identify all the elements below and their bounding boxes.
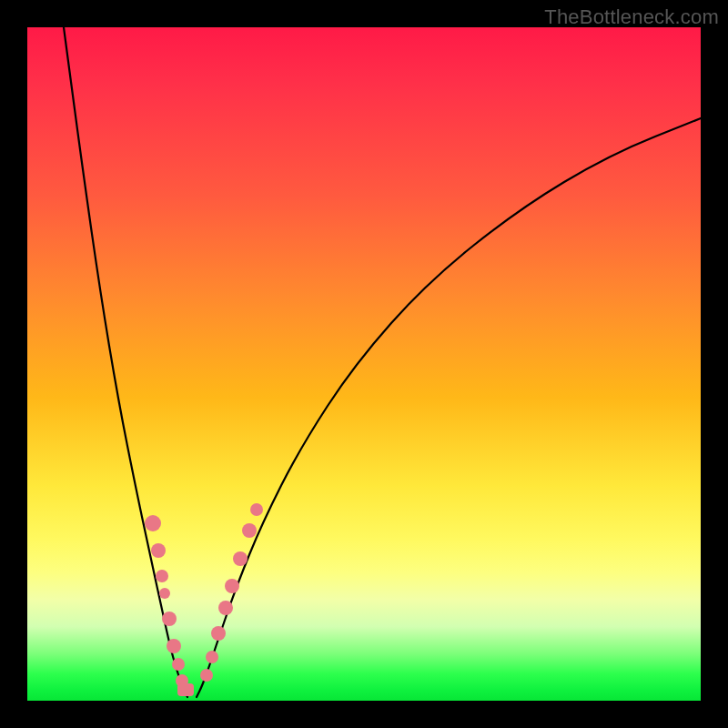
marker-left	[156, 570, 168, 582]
curve-right-branch	[197, 118, 701, 697]
plot-area	[27, 27, 701, 701]
attribution-label: TheBottleneck.com	[544, 5, 719, 29]
marker-left	[159, 588, 170, 599]
marker-left	[151, 543, 166, 558]
chart-svg	[27, 27, 701, 701]
marker-left	[145, 515, 161, 531]
curve-group	[64, 27, 701, 697]
marker-right	[200, 669, 213, 682]
marker-left	[162, 612, 177, 626]
marker-right	[218, 601, 233, 615]
marker-right	[233, 551, 248, 566]
outer-frame: TheBottleneck.com	[0, 0, 728, 728]
marker-trough	[177, 683, 194, 696]
marker-right	[211, 626, 226, 641]
marker-left	[172, 658, 185, 671]
marker-right	[225, 579, 239, 593]
marker-right	[206, 651, 218, 663]
marker-right	[250, 503, 263, 516]
marker-left	[167, 639, 181, 653]
marker-group	[145, 503, 263, 696]
marker-right	[242, 523, 257, 538]
